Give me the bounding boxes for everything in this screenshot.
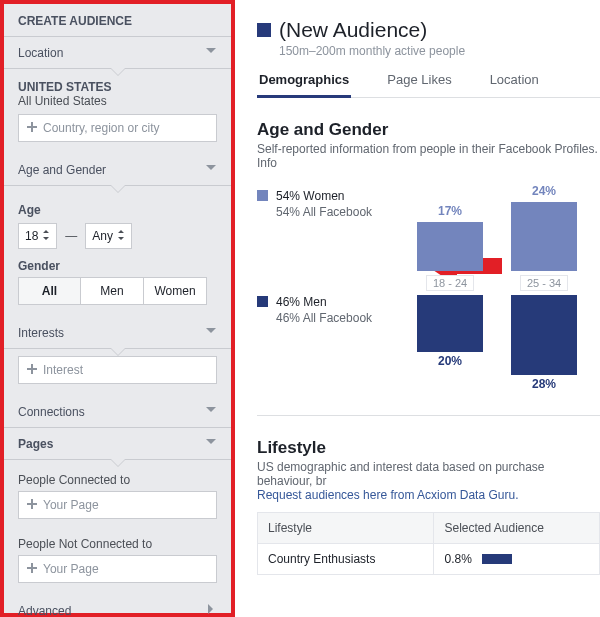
bar-pct-men: 28%	[532, 377, 556, 393]
age-gender-heading: Age and Gender	[257, 120, 600, 140]
section-pages: Pages	[4, 428, 231, 460]
age-gender-chart: 54% Women 54% All Facebook 46% Men 46% A…	[257, 184, 600, 393]
section-location: Location	[4, 37, 231, 69]
legend-women-note: 54% All Facebook	[276, 204, 372, 220]
bar-column: 24%25 - 3428%	[511, 184, 577, 393]
bar-women	[417, 222, 483, 271]
bar-pct-women: 24%	[532, 184, 556, 200]
bar-axis-label: 18 - 24	[426, 275, 474, 291]
connected-to-input[interactable]: Your Page	[18, 491, 217, 519]
legend-swatch-women	[257, 190, 268, 201]
section-location-header[interactable]: Location	[4, 37, 231, 68]
section-connections-label: Connections	[18, 405, 85, 419]
age-to-select[interactable]: Any	[85, 223, 132, 249]
section-pages-label: Pages	[18, 437, 53, 451]
lifestyle-row-value: 0.8%	[434, 543, 600, 574]
age-from-select[interactable]: 18	[18, 223, 57, 249]
connected-placeholder: Your Page	[43, 498, 99, 512]
section-advanced: Advanced	[4, 595, 231, 617]
gender-option-all[interactable]: All	[18, 277, 81, 305]
location-input[interactable]: Country, region or city	[18, 114, 217, 142]
audience-swatch-icon	[257, 23, 271, 37]
age-label: Age	[18, 203, 217, 217]
chart-legend: 54% Women 54% All Facebook 46% Men 46% A…	[257, 184, 417, 330]
not-connected-to-label: People Not Connected to	[4, 531, 231, 555]
age-gender-body: Age 18 — Any Gender All Men Women	[4, 193, 231, 317]
sidebar-title: CREATE AUDIENCE	[4, 4, 231, 37]
legend-men-note: 46% All Facebook	[276, 310, 372, 326]
lifestyle-request-link[interactable]: Request audiences here from Acxiom Data …	[257, 488, 518, 502]
section-notch	[4, 460, 231, 467]
location-region-sub: All United States	[4, 94, 231, 114]
lifestyle-col-1[interactable]: Selected Audience	[434, 512, 600, 543]
table-row[interactable]: Country Enthusiasts 0.8%	[258, 543, 600, 574]
create-audience-sidebar: CREATE AUDIENCE Location UNITED STATES A…	[0, 0, 235, 617]
plus-icon	[27, 363, 37, 377]
bar-pct-women: 17%	[438, 204, 462, 220]
updown-icon	[117, 229, 125, 243]
updown-icon	[42, 229, 50, 243]
range-dash: —	[65, 229, 77, 243]
chevron-down-icon	[205, 45, 217, 60]
section-age-gender-header[interactable]: Age and Gender	[4, 154, 231, 185]
not-connected-to-input[interactable]: Your Page	[18, 555, 217, 583]
bar-column: 17%18 - 2420%	[417, 204, 483, 393]
tab-bar: Demographics Page Likes Location	[257, 72, 600, 98]
gender-label: Gender	[18, 259, 217, 273]
tab-page-likes[interactable]: Page Likes	[385, 72, 453, 97]
legend-men: 46% Men 46% All Facebook	[257, 294, 417, 326]
lifestyle-line1: US demographic and interest data based o…	[257, 460, 545, 488]
section-interests: Interests	[4, 317, 231, 349]
gender-option-women[interactable]: Women	[144, 277, 207, 305]
audience-title: (New Audience)	[279, 18, 427, 42]
chevron-right-icon	[205, 603, 217, 617]
chevron-down-icon	[205, 404, 217, 419]
section-age-gender: Age and Gender	[4, 154, 231, 186]
plus-icon	[27, 121, 37, 135]
gender-segmented: All Men Women	[18, 277, 217, 305]
section-divider	[257, 415, 600, 416]
bar-axis-label: 25 - 34	[520, 275, 568, 291]
section-interests-header[interactable]: Interests	[4, 317, 231, 348]
chevron-down-icon	[205, 162, 217, 177]
section-interests-label: Interests	[18, 326, 64, 340]
bar-pct-men: 20%	[438, 354, 462, 370]
section-connections: Connections	[4, 396, 231, 428]
lifestyle-minibar	[482, 554, 512, 564]
section-advanced-header[interactable]: Advanced	[4, 595, 231, 617]
section-notch	[4, 69, 231, 76]
location-region-title: UNITED STATES	[4, 76, 231, 94]
not-connected-placeholder: Your Page	[43, 562, 99, 576]
age-to-value: Any	[92, 229, 113, 243]
location-placeholder: Country, region or city	[43, 121, 160, 135]
lifestyle-row-label: Country Enthusiasts	[258, 543, 434, 574]
age-gender-subheading: Self-reported information from people in…	[257, 142, 600, 170]
section-pages-header[interactable]: Pages	[4, 428, 231, 459]
bar-men	[417, 295, 483, 352]
lifestyle-col-0[interactable]: Lifestyle	[258, 512, 434, 543]
section-connections-header[interactable]: Connections	[4, 396, 231, 427]
chevron-down-icon	[205, 325, 217, 340]
audience-subtitle: 150m–200m monthly active people	[279, 44, 600, 58]
plus-icon	[27, 498, 37, 512]
section-location-label: Location	[18, 46, 63, 60]
legend-women: 54% Women 54% All Facebook	[257, 188, 417, 220]
lifestyle-heading: Lifestyle	[257, 438, 600, 458]
section-age-gender-label: Age and Gender	[18, 163, 106, 177]
tab-location[interactable]: Location	[488, 72, 541, 97]
age-from-value: 18	[25, 229, 38, 243]
section-notch	[4, 349, 231, 356]
legend-men-pct: 46% Men	[276, 294, 372, 310]
plus-icon	[27, 562, 37, 576]
chevron-down-icon	[205, 436, 217, 451]
chart-bars: 17%18 - 2420%24%25 - 3428%	[417, 184, 577, 393]
section-advanced-label: Advanced	[18, 604, 71, 618]
lifestyle-row-pct: 0.8%	[444, 552, 471, 566]
tab-demographics[interactable]: Demographics	[257, 72, 351, 98]
legend-swatch-men	[257, 296, 268, 307]
interest-placeholder: Interest	[43, 363, 83, 377]
interest-input[interactable]: Interest	[18, 356, 217, 384]
lifestyle-table: Lifestyle Selected Audience Country Enth…	[257, 512, 600, 575]
gender-option-men[interactable]: Men	[81, 277, 144, 305]
legend-women-pct: 54% Women	[276, 188, 372, 204]
